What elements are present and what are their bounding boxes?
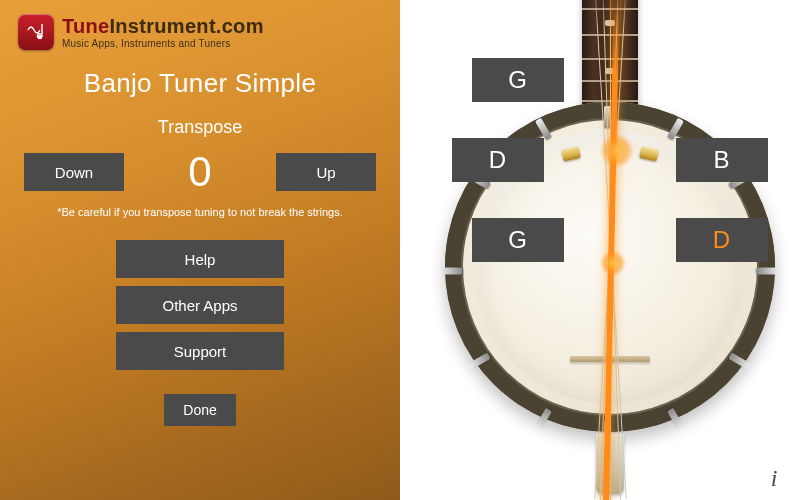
svg-point-0 [38,35,42,39]
string-note-d1[interactable]: D [676,218,768,262]
instrument-panel: G D G B D i [400,0,800,500]
support-button[interactable]: Support [116,332,284,370]
brand-suffix: Instrument.com [110,16,264,36]
tension-hook [757,268,779,275]
info-button[interactable]: i [760,464,788,492]
transpose-down-button[interactable]: Down [24,153,124,191]
transpose-warning: *Be careful if you transpose tuning to n… [57,206,343,218]
help-button[interactable]: Help [116,240,284,278]
treble-clef-icon [22,18,50,46]
transpose-up-button[interactable]: Up [276,153,376,191]
brand-tagline: Music Apps, Instruments and Tuners [62,39,264,49]
transpose-heading: Transpose [158,117,242,138]
transpose-value: 0 [188,148,211,196]
brand-prefix: Tune [62,16,110,36]
string-note-g5[interactable]: G [472,58,564,102]
logo-badge-icon [18,14,54,50]
page-title: Banjo Tuner Simple [84,68,316,99]
string-note-d4[interactable]: D [452,138,544,182]
brand-text: TuneInstrument.com Music Apps, Instrumen… [62,16,264,49]
tension-hook [604,106,611,128]
done-button[interactable]: Done [164,394,236,426]
settings-panel: TuneInstrument.com Music Apps, Instrumen… [0,0,400,500]
menu-stack: Help Other Apps Support [116,240,284,370]
other-apps-button[interactable]: Other Apps [116,286,284,324]
transpose-controls: Down 0 Up [18,148,382,196]
string-note-g3[interactable]: G [472,218,564,262]
brand-logo: TuneInstrument.com Music Apps, Instrumen… [18,14,264,50]
tension-hook [441,268,463,275]
string-note-b2[interactable]: B [676,138,768,182]
